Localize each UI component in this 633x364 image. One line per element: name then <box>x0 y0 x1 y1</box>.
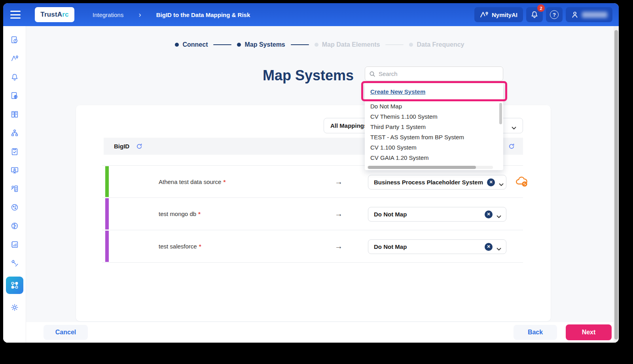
footer-action-bar: Cancel Back Next <box>3 322 619 343</box>
nymity-ai-icon <box>10 54 19 63</box>
breadcrumb: Integrations › BigID to the Data Mapping… <box>93 10 250 19</box>
sidebar-item-privacy-docs[interactable] <box>9 91 20 101</box>
back-button[interactable]: Back <box>514 325 557 340</box>
mapping-rows: Athena test data source * → Business Pro… <box>102 165 523 263</box>
user-tasks-icon <box>10 184 19 193</box>
sidebar-item-settings[interactable] <box>9 302 20 313</box>
create-new-system-link[interactable]: Create New System <box>370 88 425 95</box>
step-dot <box>409 43 413 47</box>
settings-gear-icon <box>10 303 19 312</box>
dashboard-clock-icon <box>10 36 19 44</box>
step-map-systems[interactable]: Map Systems <box>237 41 285 48</box>
nymity-ai-label: NymityAI <box>492 11 517 18</box>
step-data-frequency[interactable]: Data Frequency <box>409 41 464 48</box>
target-system-select[interactable]: Do Not Map ✕ <box>368 207 506 222</box>
dropdown-horizontal-scrollbar <box>367 166 493 169</box>
bell-icon <box>10 73 19 82</box>
app-window: TrustArc Integrations › BigID to the Dat… <box>3 3 619 343</box>
help-button[interactable]: ? <box>546 7 563 22</box>
source-column-label: BigID <box>114 143 129 150</box>
org-chart-icon <box>10 129 19 137</box>
step-connector <box>291 44 309 45</box>
wizard-stepper: Connect Map Systems Map Data Elements Da… <box>26 41 613 48</box>
window-scrollbar-thumb[interactable] <box>614 30 618 339</box>
step-connect[interactable]: Connect <box>175 41 208 48</box>
sidebar-item-assessments[interactable] <box>9 146 20 157</box>
target-system-value: Do Not Map <box>374 211 481 218</box>
maps-to-arrow-icon: → <box>335 198 343 230</box>
sidebar-item-regulatory[interactable] <box>9 258 20 268</box>
clear-icon[interactable]: ✕ <box>485 210 493 218</box>
sidebar-item-notifications[interactable] <box>9 72 20 82</box>
target-system-select[interactable]: Business Process Placeholder System ✕ <box>368 175 506 190</box>
source-name: test mongo db <box>159 210 196 217</box>
refresh-icon[interactable] <box>508 143 515 150</box>
sync-disabled-cloud-icon[interactable] <box>515 175 529 188</box>
top-navigation-bar: TrustArc Integrations › BigID to the Dat… <box>3 3 619 26</box>
source-name: Athena test data source <box>159 178 221 185</box>
step-label: Map Data Elements <box>322 41 380 48</box>
system-options-list: Do Not Map CV Themis 1.100 System Third … <box>365 100 503 163</box>
notifications-button[interactable]: 2 <box>526 7 543 22</box>
sidebar-item-integrations-active[interactable] <box>6 277 23 294</box>
window-scrollbar-track <box>614 26 619 343</box>
dropdown-vertical-scrollbar[interactable] <box>499 103 502 124</box>
sidebar-item-training[interactable] <box>9 165 20 175</box>
sidebar-item-cookies[interactable] <box>9 202 20 212</box>
target-system-select[interactable]: Do Not Map ✕ <box>368 239 506 254</box>
dropdown-horizontal-scrollbar-thumb[interactable] <box>368 166 476 169</box>
system-search-box[interactable] <box>365 66 503 81</box>
system-option[interactable]: TEST - AS System from BP System <box>365 132 503 142</box>
step-label: Data Frequency <box>417 41 464 48</box>
search-icon <box>369 71 375 77</box>
step-label: Map Systems <box>244 41 285 48</box>
system-option[interactable]: Third Party 1 System <box>365 122 503 132</box>
nymity-ai-button[interactable]: NymityAI <box>474 7 523 22</box>
breadcrumb-section[interactable]: Integrations <box>93 11 123 18</box>
page-title: Map Systems <box>263 67 354 84</box>
system-option[interactable]: Do Not Map <box>365 101 503 112</box>
sidebar-item-ai-governance[interactable] <box>9 221 20 231</box>
required-asterisk: * <box>199 243 201 250</box>
system-option[interactable]: CV 1.100 System <box>365 142 503 153</box>
chevron-down-icon <box>497 213 501 216</box>
sidebar-item-dashboard[interactable] <box>9 35 20 45</box>
step-connector <box>213 44 231 45</box>
left-sidebar-nav <box>3 26 26 343</box>
mapping-row: test salesforce * → Do Not Map ✕ <box>102 230 523 263</box>
refresh-icon[interactable] <box>136 143 143 150</box>
sidebar-item-library[interactable] <box>9 109 20 119</box>
system-option[interactable]: CV GAIA 1.20 System <box>365 153 503 163</box>
clear-icon[interactable]: ✕ <box>487 178 495 186</box>
sidebar-item-reports[interactable] <box>9 239 20 250</box>
sidebar-item-dsar[interactable] <box>9 184 20 194</box>
user-account-button[interactable] <box>566 7 612 22</box>
create-new-system-row[interactable]: Create New System <box>365 82 503 100</box>
row-status-bar <box>105 166 109 197</box>
sidebar-item-data-inventory[interactable] <box>9 128 20 138</box>
row-status-bar <box>105 198 109 229</box>
hamburger-menu-icon[interactable] <box>10 11 21 19</box>
source-system-label: test salesforce * <box>159 230 201 262</box>
system-search-input[interactable] <box>379 70 499 77</box>
user-name-redacted <box>582 12 607 18</box>
step-map-data-elements[interactable]: Map Data Elements <box>315 41 380 48</box>
trustarc-logo[interactable]: TrustArc <box>35 7 74 22</box>
help-icon: ? <box>550 10 559 19</box>
step-label: Connect <box>182 41 208 48</box>
bell-icon <box>530 10 539 19</box>
notification-count-badge: 2 <box>537 4 545 12</box>
step-dot <box>237 43 241 47</box>
source-system-label: Athena test data source * <box>159 166 226 197</box>
step-dot <box>315 43 318 47</box>
system-option[interactable]: CV Themis 1.100 System <box>365 112 503 122</box>
nymity-ai-icon <box>480 11 489 18</box>
next-button[interactable]: Next <box>566 324 612 340</box>
target-system-value: Do Not Map <box>374 243 481 250</box>
chevron-down-icon <box>512 124 516 127</box>
target-system-value: Business Process Placeholder System <box>374 179 483 186</box>
globe-dots-icon <box>10 203 19 212</box>
cancel-button[interactable]: Cancel <box>44 325 88 340</box>
clear-icon[interactable]: ✕ <box>485 243 493 251</box>
sidebar-item-nymity-ai[interactable] <box>9 53 20 64</box>
